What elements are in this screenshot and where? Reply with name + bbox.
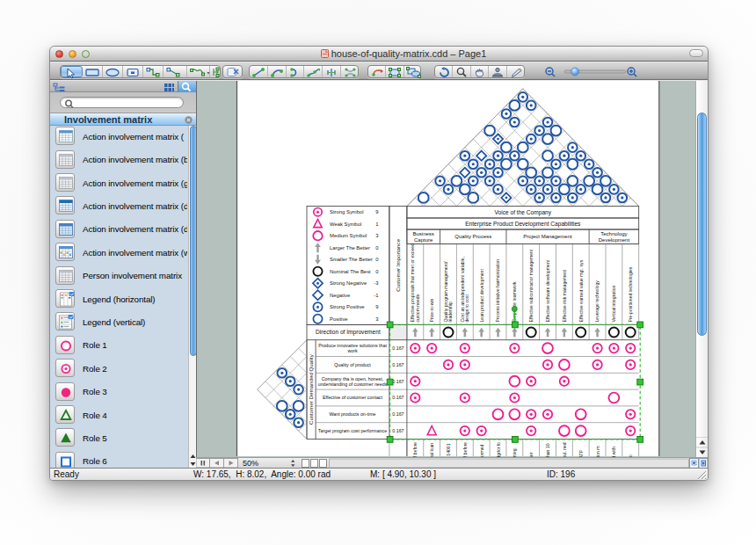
svg-text:Capture: Capture: [414, 237, 433, 243]
svg-text:, 14001: , 14001: [446, 443, 451, 458]
svg-text:Produce innovative solutions t: Produce innovative solutions that: [318, 343, 387, 348]
svg-text:Effective subcontractor manage: Effective subcontractor management: [528, 249, 534, 322]
svg-text:-3: -3: [374, 280, 379, 286]
svg-text:1: 1: [375, 222, 378, 227]
svg-text:9: 9: [375, 209, 378, 214]
svg-text:0.167: 0.167: [392, 345, 403, 351]
svg-text:val loan: val loan: [429, 443, 434, 458]
svg-text:Negative: Negative: [330, 293, 351, 298]
svg-text:9: 9: [375, 304, 378, 309]
svg-text:oul, ned: oul, ned: [562, 442, 567, 458]
svg-text:design to cost: design to cost: [464, 294, 469, 322]
svg-text:0.167: 0.167: [392, 428, 403, 433]
svg-text:Company tha is open, honest,: Company tha is open, honest,: [322, 376, 383, 382]
svg-text:Target program cost performanc: Target program cost performance: [318, 428, 387, 433]
svg-text:0.167: 0.167: [392, 362, 403, 367]
svg-text:Direction of Improvement: Direction of Improvement: [316, 329, 381, 336]
svg-text:Voice of the Company: Voice of the Company: [495, 209, 552, 216]
svg-text:3 before: 3 before: [412, 442, 418, 458]
svg-text:-1: -1: [374, 293, 378, 298]
svg-text:Pre-positioned technologies: Pre-positioned technologies: [628, 266, 633, 322]
svg-text:Price-to-win: Price-to-win: [429, 298, 434, 322]
svg-text:Vertical integration: Vertical integration: [611, 285, 616, 322]
svg-text:Larger The Better: Larger The Better: [330, 245, 370, 251]
svg-text:custom needs: custom needs: [415, 294, 420, 322]
svg-text:dgr/cr fo: dgr/cr fo: [496, 442, 501, 458]
svg-text:Lean product development: Lean product development: [479, 269, 484, 323]
svg-text:Effective of customer contact: Effective of customer contact: [323, 395, 382, 400]
svg-text:Enterprise Product Development: Enterprise Product Development Capabilit…: [465, 221, 581, 228]
svg-text:Effective earned value mgt. sy: Effective earned value mgt. sys: [578, 259, 584, 322]
svg-text:Customer Demanded Quality: Customer Demanded Quality: [308, 353, 314, 425]
svg-text:understanding of customer need: understanding of customer needs: [318, 382, 388, 387]
svg-text:Quality Process: Quality Process: [454, 234, 491, 239]
svg-text:50%: 50%: [243, 459, 258, 468]
svg-text:Quality of product: Quality of product: [334, 362, 371, 367]
svg-text:work: work: [347, 348, 358, 353]
svg-text:Positive: Positive: [330, 316, 348, 322]
svg-text:Smaller The Better: Smaller The Better: [330, 257, 373, 262]
svg-text:0.167: 0.167: [392, 395, 403, 400]
svg-text:Strong Positive: Strong Positive: [330, 304, 365, 309]
svg-text:Technology: Technology: [600, 231, 627, 236]
svg-text:Effective software development: Effective software development: [545, 259, 550, 322]
svg-text:Strong Negative: Strong Negative: [330, 280, 367, 286]
svg-text:Process initiative harmonizati: Process initiative harmonization: [495, 259, 500, 323]
svg-text:Leverage technology: Leverage technology: [594, 280, 600, 323]
svg-text:Development: Development: [599, 237, 630, 243]
svg-text:than 10: than 10: [545, 443, 550, 458]
svg-text:Nominal The Best: Nominal The Best: [330, 269, 371, 274]
svg-text:0.167: 0.167: [392, 411, 403, 417]
svg-text:Want products on-time: Want products on-time: [329, 411, 375, 417]
svg-text:0.167: 0.167: [392, 379, 403, 384]
svg-text:Medium Symbol: Medium Symbol: [330, 233, 367, 238]
svg-text:3 before: 3 before: [462, 442, 468, 458]
svg-text:Project Management: Project Management: [523, 234, 572, 239]
svg-text:Effective risk management: Effective risk management: [562, 269, 567, 323]
svg-text:Business: Business: [413, 231, 434, 236]
svg-text:Strong Symbol: Strong Symbol: [330, 209, 364, 214]
svg-text:leadership: leadership: [447, 302, 453, 323]
svg-text:Weak Symbol: Weak Symbol: [330, 222, 361, 227]
svg-text:Customer Importance: Customer Importance: [395, 239, 401, 292]
